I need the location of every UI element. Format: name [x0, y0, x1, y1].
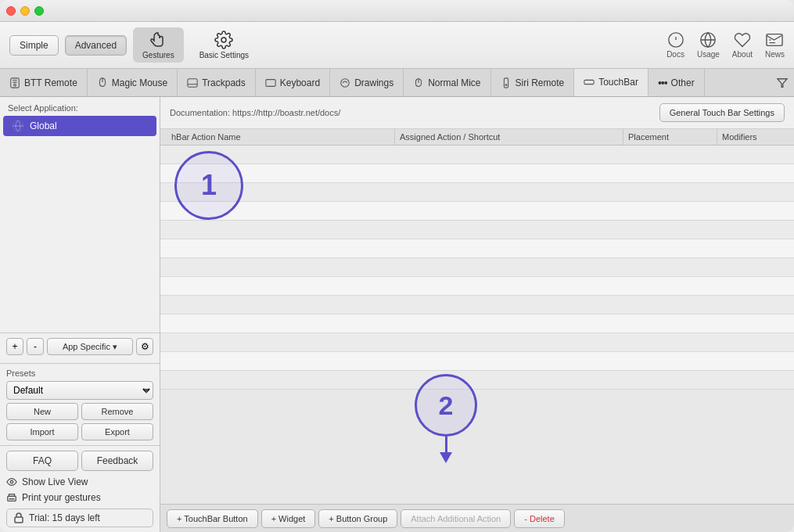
show-live-view-label: Show Live View [22, 476, 88, 487]
tab-keyboard-label: Keyboard [280, 77, 320, 88]
app-specific-button[interactable]: App Specific ▾ [47, 338, 133, 355]
show-live-view-row[interactable]: Show Live View [6, 474, 153, 490]
table-body [160, 146, 794, 504]
svg-marker-29 [778, 78, 787, 87]
svg-point-23 [341, 78, 350, 87]
table-row[interactable] [160, 277, 794, 296]
toolbar-right: Docs Usage About News [666, 31, 785, 59]
delete-button[interactable]: - Delete [514, 509, 565, 528]
tab-normal-mice[interactable]: Normal Mice [404, 69, 490, 96]
basic-settings-button[interactable]: Basic Settings [190, 27, 258, 63]
sidebar-bottom: + - App Specific ▾ ⚙ [0, 332, 160, 363]
presets-buttons: New Remove Import Export [6, 403, 153, 440]
content-header: Documentation: https://http://boastr.net… [160, 97, 794, 129]
svg-rect-14 [266, 79, 275, 86]
trial-bar[interactable]: Trial: 15 days left [6, 509, 153, 527]
toolbar: Simple Advanced Gestures Basic Settings … [0, 22, 794, 69]
col-placement: Placement [623, 129, 717, 145]
button-group-add-button[interactable]: + Button Group [318, 509, 397, 528]
table-row[interactable] [160, 371, 794, 390]
tab-drawings[interactable]: Drawings [330, 69, 404, 96]
add-icon: + [12, 341, 17, 352]
svg-rect-28 [584, 80, 594, 84]
minimize-button[interactable] [20, 6, 30, 16]
global-icon [11, 119, 25, 133]
col-modifiers: Modifiers [717, 129, 788, 145]
sidebar-item-global[interactable]: Global [3, 116, 156, 136]
table-row[interactable] [160, 202, 794, 221]
tab-siri-remote-label: Siri Remote [516, 77, 565, 88]
print-gestures-row[interactable]: Print your gestures [6, 490, 153, 505]
traffic-lights [6, 6, 44, 16]
table-row[interactable] [160, 239, 794, 258]
col-action-name: hBar Action Name [167, 129, 395, 145]
settings-button[interactable]: ⚙ [136, 338, 153, 355]
simple-button[interactable]: Simple [9, 35, 59, 56]
presets-remove-button[interactable]: Remove [81, 403, 153, 420]
faq-button[interactable]: FAQ [6, 451, 78, 471]
tab-keyboard[interactable]: Keyboard [256, 69, 330, 96]
presets-import-button[interactable]: Import [6, 423, 78, 440]
svg-point-0 [221, 38, 226, 42]
table-header: hBar Action Name Assigned Action / Short… [160, 129, 794, 146]
general-settings-button[interactable]: General Touch Bar Settings [659, 103, 785, 122]
table-container: hBar Action Name Assigned Action / Short… [160, 129, 794, 504]
main-layout: Select Application: Global + - App [0, 97, 794, 532]
table-row[interactable] [160, 315, 794, 333]
news-button[interactable]: News [765, 31, 785, 59]
footer-section: FAQ Feedback Show Live View Print your g… [0, 445, 160, 532]
presets-select[interactable]: Default [6, 381, 153, 400]
usage-label: Usage [697, 50, 720, 59]
touchbar-button-add[interactable]: + TouchBar Button [167, 509, 258, 528]
gestures-label: Gestures [142, 51, 174, 59]
tab-bar: BTT Remote Magic Mouse Trackpads Keyboar… [0, 69, 794, 97]
docs-button[interactable]: Docs [666, 31, 684, 59]
attach-action-button[interactable]: Attach Additional Action [401, 509, 511, 528]
tab-touchbar[interactable]: TouchBar [574, 69, 648, 96]
presets-label: Presets [6, 368, 153, 378]
table-row[interactable] [160, 146, 794, 164]
presets-select-wrapper[interactable]: Default [6, 381, 153, 400]
gestures-button[interactable]: Gestures [133, 27, 184, 63]
add-app-button[interactable]: + [6, 338, 23, 355]
widget-add-button[interactable]: + Widget [261, 509, 316, 528]
table-row[interactable] [160, 352, 794, 371]
print-gestures-label: Print your gestures [22, 492, 101, 503]
sidebar: Select Application: Global + - App [0, 97, 160, 532]
sidebar-item-global-label: Global [30, 120, 57, 131]
remove-icon: - [34, 341, 37, 352]
table-row[interactable] [160, 333, 794, 352]
sidebar-list: Global [0, 116, 160, 332]
table-row[interactable] [160, 258, 794, 277]
table-row[interactable] [160, 164, 794, 183]
tab-other[interactable]: ••• Other [648, 69, 705, 96]
print-icon [6, 492, 17, 503]
tab-btt-remote[interactable]: BTT Remote [0, 69, 88, 96]
close-button[interactable] [6, 6, 16, 16]
presets-new-button[interactable]: New [6, 403, 78, 420]
action-bar: + TouchBar Button + Widget + Button Grou… [160, 504, 794, 532]
table-row[interactable] [160, 296, 794, 315]
table-row[interactable] [160, 183, 794, 202]
doc-link: Documentation: https://http://boastr.net… [170, 108, 340, 117]
tab-magic-mouse-label: Magic Mouse [112, 77, 167, 88]
presets-export-button[interactable]: Export [81, 423, 153, 440]
table-row[interactable] [160, 221, 794, 239]
docs-label: Docs [666, 50, 684, 59]
tab-trackpads[interactable]: Trackpads [178, 69, 256, 96]
advanced-button[interactable]: Advanced [65, 35, 127, 56]
svg-rect-33 [15, 517, 23, 523]
about-label: About [732, 50, 753, 59]
maximize-button[interactable] [34, 6, 44, 16]
tab-btt-remote-label: BTT Remote [24, 77, 77, 88]
remove-app-button[interactable]: - [27, 338, 44, 355]
gear-icon: ⚙ [141, 341, 149, 352]
tab-drawings-label: Drawings [354, 77, 393, 88]
usage-button[interactable]: Usage [697, 31, 720, 59]
tab-siri-remote[interactable]: Siri Remote [491, 69, 575, 96]
tab-magic-mouse[interactable]: Magic Mouse [88, 69, 178, 96]
content-area: Documentation: https://http://boastr.net… [160, 97, 794, 532]
feedback-button[interactable]: Feedback [81, 451, 153, 471]
presets-section: Presets Default New Remove Import Export [0, 363, 160, 445]
about-button[interactable]: About [732, 31, 753, 59]
